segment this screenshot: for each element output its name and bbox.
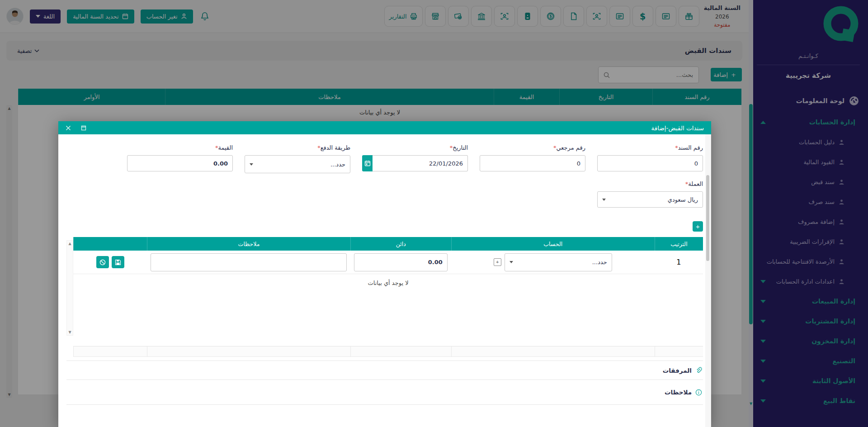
modal-title: سندات القبض-إضافة — [96, 124, 704, 132]
account-value: حدد... — [592, 259, 607, 266]
voucher-no-field: رقم السند* — [597, 144, 703, 173]
col-line-notes: ملاحظات — [147, 237, 350, 251]
add-line-row: + — [66, 221, 703, 232]
currency-field: العملة* ريال سعودي — [597, 180, 703, 208]
info-icon — [695, 389, 702, 396]
notes-label: ملاحظات — [665, 389, 692, 396]
modal-titlebar: سندات القبض-إضافة — [58, 121, 711, 134]
col-credit: دائن — [350, 237, 451, 251]
scroll-up-icon[interactable]: ▲ — [67, 242, 73, 246]
form-row-1: رقم السند* رقم مرجعي* التاريخ* طريقة الد… — [66, 144, 703, 173]
lines-table-footer — [73, 346, 703, 357]
lines-table: الترتيب الحساب دائن ملاحظات 1 حدد... — [73, 237, 703, 357]
amount-field: القيمة* — [127, 144, 233, 173]
date-field: التاريخ* — [362, 144, 468, 173]
lines-table-body: 1 حدد... + — [73, 251, 703, 346]
scroll-down-icon[interactable]: ▼ — [67, 330, 73, 334]
line-actions-cell — [73, 256, 147, 268]
voucher-lines-section: + الترتيب الحساب دائن ملاحظات 1 — [66, 221, 703, 357]
lines-table-header: الترتيب الحساب دائن ملاحظات — [73, 237, 703, 251]
line-credit-cell — [350, 253, 451, 271]
col-line-actions — [73, 237, 147, 251]
form-row-2: العملة* ريال سعودي — [66, 180, 703, 208]
attachments-label: المرفقات — [663, 367, 692, 374]
add-line-button[interactable]: + — [693, 221, 703, 232]
currency-select[interactable]: ريال سعودي — [597, 191, 703, 208]
line-account-cell: حدد... + — [451, 253, 655, 271]
line-order: 1 — [655, 258, 703, 266]
currency-label: العملة* — [597, 180, 703, 187]
attachments-section[interactable]: المرفقات — [66, 361, 703, 380]
restore-window-icon[interactable] — [81, 125, 86, 131]
payment-method-select[interactable]: حدد... — [245, 155, 350, 173]
line-notes-input[interactable] — [151, 253, 347, 271]
col-order: الترتيب — [655, 237, 703, 251]
modal-scrollbar-thumb[interactable] — [706, 175, 709, 261]
app-root: السنة المالية 2026 مفتوحة $ $ $ — [0, 0, 868, 427]
reference-no-label: رقم مرجعي* — [480, 144, 585, 151]
payment-method-label: طريقة الدفع* — [245, 144, 350, 151]
date-label: التاريخ* — [362, 144, 468, 151]
currency-value: ريال سعودي — [668, 196, 698, 203]
amount-label: القيمة* — [127, 144, 233, 151]
voucher-no-input[interactable] — [597, 155, 703, 171]
lines-scrollbar[interactable]: ▲ ▼ — [66, 240, 73, 336]
account-select[interactable]: حدد... — [505, 253, 612, 271]
line-notes-cell — [147, 253, 350, 271]
notes-section[interactable]: ملاحظات — [66, 380, 703, 405]
credit-input[interactable] — [354, 253, 448, 271]
modal-scrollbar[interactable] — [705, 134, 711, 427]
voucher-no-label: رقم السند* — [597, 144, 703, 151]
lines-empty-text: لا يوجد أي بيانات — [73, 280, 703, 286]
date-picker-button[interactable] — [362, 155, 373, 171]
chevron-down-icon — [250, 163, 253, 166]
line-row: 1 حدد... + — [73, 251, 703, 274]
cancel-line-button[interactable] — [96, 256, 109, 268]
payment-method-value: حدد... — [330, 161, 345, 168]
amount-input[interactable] — [127, 155, 233, 171]
close-icon[interactable] — [66, 125, 71, 131]
date-input-group — [362, 155, 468, 171]
date-input[interactable] — [373, 155, 468, 171]
reference-no-input[interactable] — [480, 155, 585, 171]
reference-no-field: رقم مرجعي* — [480, 144, 585, 173]
save-line-button[interactable] — [112, 256, 124, 268]
modal-body: رقم السند* رقم مرجعي* التاريخ* طريقة الد… — [58, 144, 711, 427]
payment-method-field: طريقة الدفع* حدد... — [245, 144, 350, 173]
chevron-down-icon — [509, 261, 513, 263]
chevron-down-icon — [602, 199, 606, 201]
add-account-button[interactable]: + — [494, 258, 501, 266]
paperclip-icon — [695, 367, 702, 374]
add-receipt-voucher-modal: سندات القبض-إضافة رقم السند* رقم مرجعي* … — [58, 121, 711, 427]
col-account: الحساب — [451, 237, 655, 251]
